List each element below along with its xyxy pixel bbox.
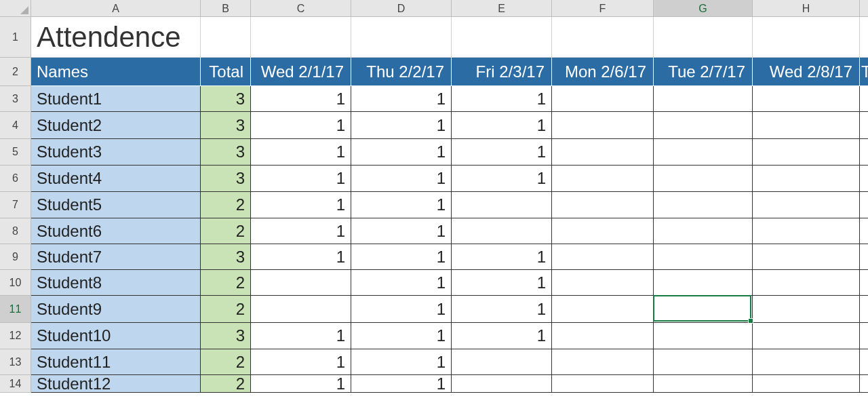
- cell-data[interactable]: [654, 166, 753, 192]
- select-all-corner[interactable]: [0, 0, 31, 17]
- column-header-D[interactable]: D: [351, 0, 452, 17]
- row-header-4[interactable]: 4: [0, 112, 31, 139]
- cell-blank[interactable]: [552, 17, 654, 58]
- cell-blank[interactable]: [351, 17, 452, 58]
- cell-name[interactable]: Student5: [31, 192, 201, 218]
- cell-data[interactable]: 1: [351, 244, 452, 270]
- row-header-5[interactable]: 5: [0, 139, 31, 166]
- cell-data-partial[interactable]: [860, 323, 868, 349]
- cell-total[interactable]: 3: [201, 139, 251, 166]
- cell-data[interactable]: [552, 139, 654, 166]
- cell-data-partial[interactable]: [860, 112, 868, 139]
- header-date-1[interactable]: Thu 2/2/17: [351, 58, 452, 86]
- cell-data-partial[interactable]: [860, 349, 868, 375]
- header-names[interactable]: Names: [31, 58, 201, 86]
- row-header-14[interactable]: 14: [0, 375, 31, 393]
- cell-name[interactable]: Student2: [31, 112, 201, 139]
- cell-blank[interactable]: [201, 17, 251, 58]
- cell-total[interactable]: 3: [201, 244, 251, 270]
- cell-data[interactable]: 1: [452, 166, 552, 192]
- cell-data-partial[interactable]: [860, 244, 868, 270]
- row-header-9[interactable]: 9: [0, 244, 31, 270]
- cell-data[interactable]: [654, 375, 753, 393]
- cell-blank[interactable]: [860, 17, 868, 58]
- cell-data[interactable]: [452, 218, 552, 244]
- cell-blank[interactable]: [452, 17, 552, 58]
- cell-data[interactable]: [753, 375, 860, 393]
- cell-data-partial[interactable]: [860, 192, 868, 218]
- cell-data[interactable]: 1: [251, 166, 351, 192]
- cell-data[interactable]: 1: [251, 192, 351, 218]
- cell-total[interactable]: 2: [201, 349, 251, 375]
- cell-data[interactable]: [452, 375, 552, 393]
- cell-data[interactable]: 1: [452, 296, 552, 323]
- cell-data[interactable]: [552, 192, 654, 218]
- cell-data[interactable]: 1: [452, 86, 552, 112]
- cell-name[interactable]: Student12: [31, 375, 201, 393]
- cell-data[interactable]: 1: [351, 218, 452, 244]
- header-date-0[interactable]: Wed 2/1/17: [251, 58, 351, 86]
- cell-name[interactable]: Student8: [31, 270, 201, 296]
- cell-data-partial[interactable]: [860, 139, 868, 166]
- cell-data-partial[interactable]: [860, 375, 868, 393]
- cell-data[interactable]: [753, 270, 860, 296]
- cell-total[interactable]: 2: [201, 192, 251, 218]
- cell-data[interactable]: [654, 349, 753, 375]
- column-header-E[interactable]: E: [452, 0, 552, 17]
- cell-data[interactable]: 1: [251, 86, 351, 112]
- cell-total[interactable]: 2: [201, 218, 251, 244]
- row-header-11[interactable]: 11: [0, 296, 31, 323]
- cell-data[interactable]: [552, 270, 654, 296]
- cell-name[interactable]: Student9: [31, 296, 201, 323]
- column-header-partial[interactable]: [860, 0, 868, 17]
- column-header-B[interactable]: B: [201, 0, 251, 17]
- cell-data[interactable]: [654, 139, 753, 166]
- cell-data[interactable]: [753, 166, 860, 192]
- header-date-2[interactable]: Fri 2/3/17: [452, 58, 552, 86]
- cell-data[interactable]: 1: [452, 270, 552, 296]
- cell-data[interactable]: [452, 349, 552, 375]
- cell-data[interactable]: 1: [351, 323, 452, 349]
- title-cell[interactable]: Attendence: [31, 17, 201, 58]
- cell-total[interactable]: 2: [201, 375, 251, 393]
- cell-data[interactable]: 1: [452, 323, 552, 349]
- header-date-5[interactable]: Wed 2/8/17: [753, 58, 860, 86]
- cell-data[interactable]: [654, 112, 753, 139]
- cell-data[interactable]: 1: [351, 139, 452, 166]
- row-header-8[interactable]: 8: [0, 218, 31, 244]
- cell-data[interactable]: [654, 296, 753, 323]
- row-header-6[interactable]: 6: [0, 166, 31, 192]
- cell-data[interactable]: [654, 218, 753, 244]
- header-date-4[interactable]: Tue 2/7/17: [654, 58, 753, 86]
- column-header-F[interactable]: F: [552, 0, 654, 17]
- cell-data[interactable]: [552, 375, 654, 393]
- cell-data-partial[interactable]: [860, 296, 868, 323]
- cell-data[interactable]: 1: [351, 349, 452, 375]
- cell-name[interactable]: Student10: [31, 323, 201, 349]
- cell-total[interactable]: 3: [201, 112, 251, 139]
- cell-data[interactable]: 1: [251, 244, 351, 270]
- cell-data[interactable]: [753, 112, 860, 139]
- cell-data[interactable]: 1: [351, 192, 452, 218]
- cell-data[interactable]: [753, 139, 860, 166]
- cell-data[interactable]: [552, 86, 654, 112]
- cell-data[interactable]: [552, 244, 654, 270]
- column-header-C[interactable]: C: [251, 0, 351, 17]
- cell-data[interactable]: [753, 86, 860, 112]
- header-date-partial[interactable]: Th: [860, 58, 868, 86]
- cell-data[interactable]: [552, 218, 654, 244]
- row-header-3[interactable]: 3: [0, 86, 31, 112]
- cell-data[interactable]: [552, 296, 654, 323]
- cell-data[interactable]: 1: [251, 375, 351, 393]
- row-header-2[interactable]: 2: [0, 58, 31, 86]
- cell-data[interactable]: 1: [251, 323, 351, 349]
- cell-data[interactable]: 1: [452, 112, 552, 139]
- row-header-7[interactable]: 7: [0, 192, 31, 218]
- cell-data[interactable]: [753, 296, 860, 323]
- cell-data-partial[interactable]: [860, 86, 868, 112]
- cell-data[interactable]: [654, 244, 753, 270]
- cell-total[interactable]: 2: [201, 270, 251, 296]
- column-header-G[interactable]: G: [654, 0, 753, 17]
- cell-data[interactable]: [654, 192, 753, 218]
- cell-data[interactable]: 1: [351, 270, 452, 296]
